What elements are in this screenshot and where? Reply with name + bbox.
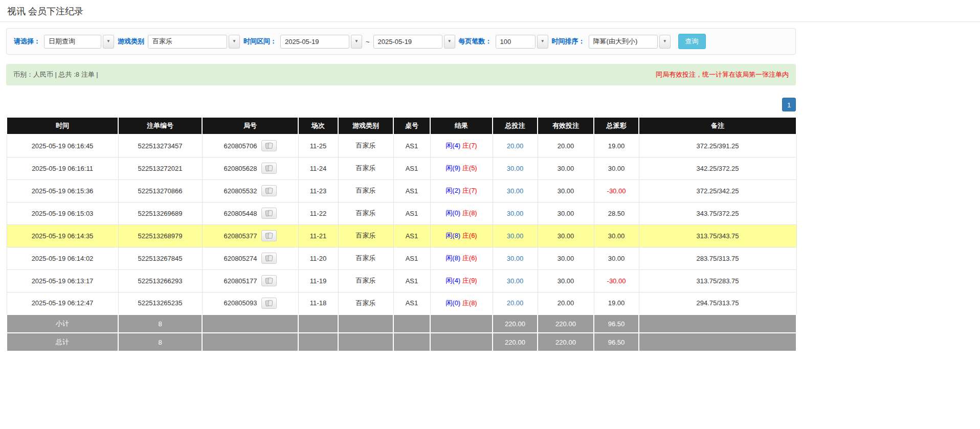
total-bet-link[interactable]: 20.00	[507, 142, 524, 150]
cell-total-bet: 20.00	[493, 292, 538, 314]
sort-order-input[interactable]	[589, 35, 658, 49]
view-round-button[interactable]	[261, 163, 277, 174]
cell-round: 620805377	[202, 224, 298, 247]
cell-result: 闲(4) 庄(7)	[430, 134, 493, 157]
column-header: 有效投注	[538, 117, 594, 134]
cell-session: 11-21	[298, 224, 338, 247]
per-page-label: 每页笔数：	[459, 37, 492, 46]
view-round-button[interactable]	[261, 185, 277, 196]
cell-total-bet: 30.00	[493, 269, 538, 292]
info-bar: 币别：人民币 | 总共 :8 注单 | 同局有效投注，统一计算在该局第一张注单内	[6, 64, 796, 85]
cell-result: 闲(2) 庄(7)	[430, 179, 493, 202]
cell-game-type: 百家乐	[338, 269, 393, 292]
cell-payout: 19.00	[594, 134, 639, 157]
summary-empty	[298, 333, 338, 351]
cell-total-bet: 30.00	[493, 202, 538, 224]
round-id: 620805177	[224, 277, 257, 285]
result-banker: 庄(8)	[462, 209, 477, 217]
total-bet-link[interactable]: 30.00	[507, 210, 524, 217]
cell-bet-id: 522513269689	[118, 202, 202, 224]
column-header: 场次	[298, 117, 338, 134]
cell-remark: 372.25/391.25	[639, 134, 796, 157]
cell-table-no: AS1	[393, 292, 430, 314]
column-header: 游戏类别	[338, 117, 393, 134]
cell-table-no: AS1	[393, 269, 430, 292]
date-from-dropdown-button[interactable]: ▼	[351, 35, 362, 49]
date-from-input[interactable]	[280, 35, 349, 49]
cell-session: 11-22	[298, 202, 338, 224]
cell-result: 闲(4) 庄(9)	[430, 269, 493, 292]
cell-valid-bet: 20.00	[538, 292, 594, 314]
chevron-down-icon: ▼	[232, 39, 236, 43]
sort-order-combo: ▼	[589, 35, 671, 49]
cell-valid-bet: 30.00	[538, 202, 594, 224]
table-row: 2025-05-19 06:16:45522513273457620805706…	[7, 134, 796, 157]
result-player: 闲(4)	[446, 277, 460, 284]
result-player: 闲(9)	[446, 164, 460, 172]
cards-icon	[265, 165, 273, 172]
date-to-dropdown-button[interactable]: ▼	[444, 35, 455, 49]
cell-remark: 372.25/342.25	[639, 179, 796, 202]
chevron-down-icon: ▼	[448, 39, 452, 43]
cell-session: 11-23	[298, 179, 338, 202]
game-type-dropdown-button[interactable]: ▼	[229, 35, 240, 49]
summary-count: 8	[118, 333, 202, 351]
cell-time: 2025-05-19 06:15:03	[7, 202, 118, 224]
cell-remark: 313.75/343.75	[639, 224, 796, 247]
view-round-button[interactable]	[261, 275, 277, 286]
summary-empty	[298, 314, 338, 333]
date-to-combo: ▼	[373, 35, 455, 49]
summary-empty	[338, 314, 393, 333]
page-button-1[interactable]: 1	[782, 98, 796, 111]
summary-empty	[202, 333, 298, 351]
summary-empty	[393, 314, 430, 333]
cell-session: 11-25	[298, 134, 338, 157]
cell-bet-id: 522513266293	[118, 269, 202, 292]
total-bet-link[interactable]: 30.00	[507, 255, 524, 262]
view-round-button[interactable]	[261, 253, 277, 264]
total-bet-link[interactable]: 30.00	[507, 232, 524, 240]
query-type-dropdown-button[interactable]: ▼	[103, 35, 114, 49]
cell-remark: 283.75/313.75	[639, 247, 796, 269]
column-header: 总投注	[493, 117, 538, 134]
sort-order-dropdown-button[interactable]: ▼	[659, 35, 671, 49]
cell-table-no: AS1	[393, 134, 430, 157]
summary-valid-bet: 220.00	[538, 333, 594, 351]
chevron-down-icon: ▼	[541, 39, 545, 43]
query-type-input[interactable]	[44, 35, 101, 49]
per-page-dropdown-button[interactable]: ▼	[537, 35, 548, 49]
view-round-button[interactable]	[261, 298, 277, 309]
view-round-button[interactable]	[261, 230, 277, 241]
column-header: 注单编号	[118, 117, 202, 134]
total-bet-link[interactable]: 20.00	[507, 299, 524, 307]
summary-empty	[639, 333, 796, 351]
total-bet-link[interactable]: 30.00	[507, 277, 524, 285]
total-bet-link[interactable]: 30.00	[507, 165, 524, 172]
cell-payout: -30.00	[594, 179, 639, 202]
per-page-input[interactable]	[496, 35, 536, 49]
result-player: 闲(8)	[446, 254, 460, 262]
notice-text: 同局有效投注，统一计算在该局第一张注单内	[656, 70, 789, 79]
result-banker: 庄(6)	[462, 232, 477, 239]
select-label: 请选择：	[14, 37, 40, 46]
game-type-input[interactable]	[148, 35, 227, 49]
round-id: 620805448	[224, 210, 257, 217]
result-banker: 庄(7)	[462, 142, 477, 149]
search-button[interactable]: 查询	[678, 34, 706, 49]
result-banker: 庄(6)	[462, 254, 477, 262]
cell-total-bet: 30.00	[493, 224, 538, 247]
cell-game-type: 百家乐	[338, 292, 393, 314]
cell-bet-id: 522513267845	[118, 247, 202, 269]
date-to-input[interactable]	[373, 35, 442, 49]
view-round-button[interactable]	[261, 140, 277, 151]
content-area: 请选择： ▼ 游戏类别 ▼ 时间区间： ▼ ~ ▼ 每页笔数： ▼ 时间排序： …	[6, 28, 796, 429]
view-round-button[interactable]	[261, 208, 277, 219]
total-bet-link[interactable]: 30.00	[507, 187, 524, 195]
table-row: 2025-05-19 06:15:03522513269689620805448…	[7, 202, 796, 224]
cell-payout: -30.00	[594, 269, 639, 292]
cards-icon	[265, 210, 273, 217]
summary-row: 小计8220.00220.0096.50	[7, 314, 796, 333]
table-row: 2025-05-19 06:15:36522513270866620805532…	[7, 179, 796, 202]
cell-remark: 313.75/283.75	[639, 269, 796, 292]
cell-time: 2025-05-19 06:14:02	[7, 247, 118, 269]
